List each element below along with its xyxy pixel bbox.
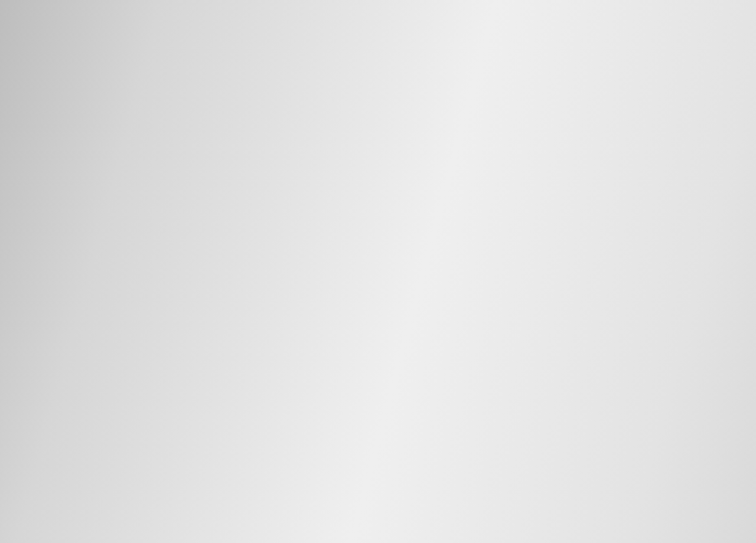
mt4-chart-window [0, 0, 756, 543]
price-axis[interactable] [733, 0, 756, 530]
time-axis[interactable] [0, 531, 756, 543]
price-chart-canvas[interactable] [0, 0, 756, 543]
